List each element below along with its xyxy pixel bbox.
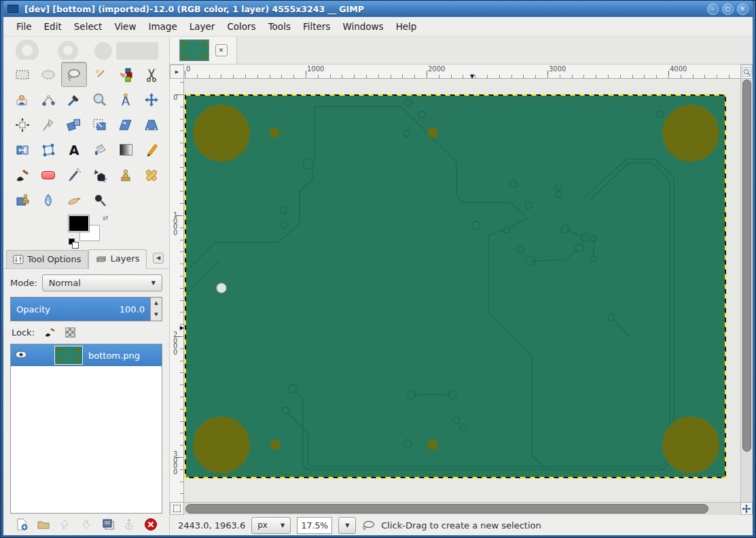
layer-list: bottom.png [10, 344, 162, 514]
quick-mask-toggle-icon[interactable] [170, 502, 184, 515]
minimize-icon[interactable]: – [707, 3, 719, 15]
opacity-slider[interactable]: Opacity 100.0 ▲ ▼ [10, 297, 162, 321]
clone-icon[interactable] [113, 162, 139, 187]
menu-view[interactable]: View [108, 18, 142, 35]
mode-value: Normal [49, 278, 81, 288]
smudge-icon[interactable] [61, 187, 87, 213]
tab-layers[interactable]: Layers [88, 249, 147, 269]
vertical-scrollbar[interactable] [740, 79, 753, 502]
color-picker-icon[interactable] [61, 87, 87, 112]
ink-icon[interactable] [87, 162, 113, 187]
ruler-label: 3 0 0 0 [173, 452, 177, 475]
menu-tools[interactable]: Tools [262, 18, 297, 35]
menu-image[interactable]: Image [142, 18, 183, 35]
heal-icon[interactable] [139, 162, 164, 187]
ruler-corner-menu-icon[interactable]: ▶ [170, 65, 184, 79]
default-colors-icon[interactable] [69, 238, 75, 245]
anchor-layer-icon[interactable] [120, 516, 138, 533]
menu-filters[interactable]: Filters [297, 18, 336, 35]
statusbar: 2443.0, 1963.6 px ▼ 17.5% ▼ Click-Drag t… [170, 515, 753, 535]
maximize-icon[interactable]: ▢ [722, 3, 734, 15]
visibility-eye-icon[interactable] [11, 351, 31, 361]
dock-collapse-icon[interactable]: ◀ [153, 253, 164, 264]
new-layer-icon[interactable] [13, 516, 31, 533]
tool-options-icon [13, 255, 24, 264]
active-tool-lasso-icon [362, 520, 375, 531]
layer-mode-dropdown[interactable]: Normal ▼ [42, 274, 162, 291]
canvas-image[interactable] [185, 94, 726, 478]
vertical-scrollbar-thumb[interactable] [742, 79, 751, 452]
eraser-icon[interactable] [35, 162, 61, 187]
vertical-ruler[interactable]: 0 1 0 0 0 2 0 0 0 3 0 0 0 ▶ [170, 79, 184, 502]
delete-layer-icon[interactable] [142, 516, 160, 533]
paths-icon[interactable] [35, 87, 61, 112]
raise-layer-icon[interactable] [56, 516, 73, 533]
foreground-color-swatch[interactable] [69, 215, 89, 232]
airbrush-icon[interactable] [61, 162, 87, 187]
spin-up-icon[interactable]: ▲ [151, 298, 162, 309]
spin-down-icon[interactable]: ▼ [151, 309, 162, 321]
bucket-fill-icon[interactable] [87, 137, 113, 162]
menu-file[interactable]: File [10, 18, 38, 35]
crop-icon[interactable] [35, 112, 61, 137]
ruler-label: 0 [186, 65, 190, 73]
navigation-preview-icon[interactable] [740, 502, 753, 515]
rotate-icon[interactable] [61, 112, 87, 137]
layer-thumbnail[interactable] [54, 346, 83, 365]
select-by-color-icon[interactable] [113, 62, 139, 87]
ruler-label: 2 0 0 0 [173, 332, 177, 355]
zoom-follow-window-icon[interactable] [740, 65, 753, 79]
canvas-viewport[interactable] [184, 79, 740, 502]
horizontal-ruler[interactable]: 0 1000 2000 3000 4000 ▼ [184, 65, 740, 79]
foreground-select-icon[interactable] [10, 87, 35, 112]
zoom-dropdown-icon[interactable]: ▼ [338, 517, 356, 534]
layer-row-bottom-png[interactable]: bottom.png [11, 344, 162, 366]
fuzzy-select-icon[interactable] [87, 62, 113, 87]
perspective-clone-icon[interactable] [10, 187, 35, 213]
ellipse-select-icon[interactable] [35, 62, 61, 87]
rectangle-select-icon[interactable] [10, 62, 35, 87]
dodge-burn-icon[interactable] [87, 187, 113, 213]
menu-colors[interactable]: Colors [221, 18, 262, 35]
measure-icon[interactable] [113, 87, 139, 112]
gimp-window: [dev] [bottom] (imported)-12.0 (RGB colo… [0, 0, 756, 538]
shear-icon[interactable] [113, 112, 139, 137]
text-icon[interactable]: A [61, 137, 87, 162]
gradient-icon[interactable] [113, 137, 139, 162]
new-group-icon[interactable] [35, 516, 52, 533]
swap-colors-icon[interactable]: ⇄ [103, 214, 108, 221]
blur-sharpen-icon[interactable] [35, 187, 61, 213]
ruler-label: 2000 [428, 65, 445, 73]
app-icon [7, 5, 18, 13]
tab-tool-options[interactable]: Tool Options [6, 250, 88, 268]
close-icon[interactable]: ✕ [737, 3, 749, 15]
menu-windows[interactable]: Windows [336, 18, 389, 35]
free-select-icon[interactable] [61, 62, 87, 87]
alignment-icon[interactable] [10, 112, 35, 137]
zoom-input[interactable]: 17.5% [297, 517, 332, 534]
tab-close-icon[interactable]: ✕ [215, 44, 228, 56]
menu-help[interactable]: Help [390, 18, 423, 35]
move-icon[interactable] [139, 87, 164, 112]
titlebar[interactable]: [dev] [bottom] (imported)-12.0 (RGB colo… [3, 1, 753, 17]
image-tab[interactable]: ✕ [170, 37, 237, 64]
ruler-label: 4000 [670, 65, 687, 73]
lock-alpha-icon[interactable] [65, 327, 75, 338]
horizontal-scrollbar[interactable] [184, 502, 740, 515]
flip-icon[interactable] [10, 137, 35, 162]
cage-transform-icon[interactable] [35, 137, 61, 162]
zoom-icon[interactable] [87, 87, 113, 112]
scissors-select-icon[interactable] [139, 62, 164, 87]
menu-select[interactable]: Select [68, 18, 109, 35]
paintbrush-icon[interactable] [10, 162, 35, 187]
scale-icon[interactable] [87, 112, 113, 137]
menu-edit[interactable]: Edit [38, 18, 68, 35]
menu-layer[interactable]: Layer [183, 18, 221, 35]
lower-layer-icon[interactable] [77, 516, 95, 533]
unit-dropdown[interactable]: px ▼ [251, 517, 291, 534]
perspective-icon[interactable] [139, 112, 164, 137]
lock-pixels-icon[interactable] [44, 327, 56, 338]
pencil-icon[interactable] [139, 137, 164, 162]
horizontal-scrollbar-thumb[interactable] [185, 504, 708, 514]
duplicate-layer-icon[interactable] [99, 516, 117, 533]
